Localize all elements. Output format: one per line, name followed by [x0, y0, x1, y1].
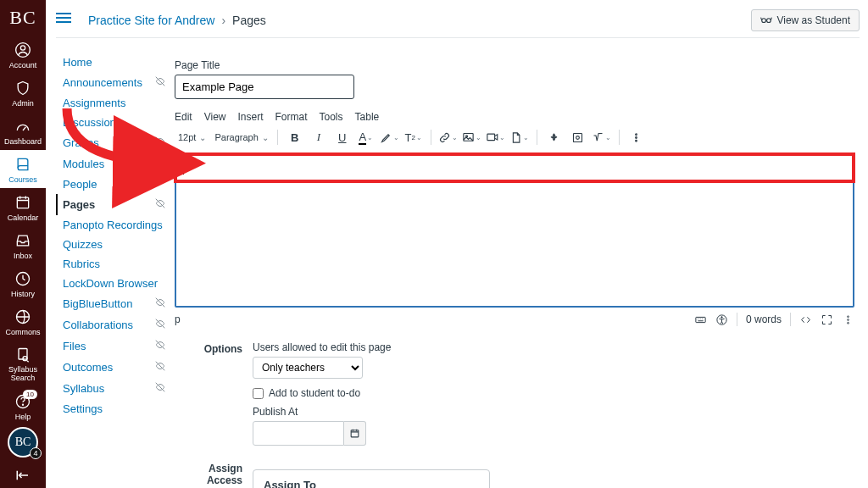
gnav-label: Syllabus Search: [0, 366, 46, 383]
user-avatar[interactable]: BC 4: [8, 427, 38, 458]
chevron-right-icon: ›: [221, 14, 225, 27]
svg-point-9: [762, 19, 766, 23]
cnav-item-home[interactable]: Home: [56, 53, 171, 72]
image-button[interactable]: [462, 128, 482, 147]
gnav-item-dashboard[interactable]: Dashboard: [0, 112, 46, 150]
document-button[interactable]: [509, 128, 530, 147]
gnav-item-inbox[interactable]: Inbox: [0, 226, 46, 264]
collapse-nav-button[interactable]: [0, 469, 46, 481]
cnav-item-outcomes[interactable]: Outcomes: [56, 357, 171, 378]
menu-tools[interactable]: Tools: [320, 111, 343, 123]
svg-point-16: [636, 133, 637, 135]
hidden-icon: [154, 360, 166, 374]
editing-roles-select[interactable]: Only teachers: [253, 357, 363, 379]
embed-icon-button[interactable]: [568, 128, 588, 147]
rce-content-area[interactable]: [175, 153, 854, 308]
header-divider: [56, 37, 860, 38]
apps-button[interactable]: [544, 128, 565, 147]
cnav-item-modules[interactable]: Modules: [56, 153, 171, 175]
add-todo-label: Add to student to-do: [269, 387, 360, 399]
glasses-icon: [760, 14, 772, 26]
highlight-color-button[interactable]: [380, 128, 400, 147]
gnav-item-commons[interactable]: Commons: [0, 302, 46, 341]
share-icon: [14, 308, 32, 326]
shield-icon: [14, 79, 32, 97]
cnav-item-quizzes[interactable]: Quizzes: [56, 235, 171, 254]
svg-rect-2: [17, 197, 28, 208]
svg-point-24: [848, 322, 849, 324]
rce-status-bar: p 0 words: [175, 313, 854, 326]
gnav-item-account[interactable]: Account: [0, 36, 46, 74]
cnav-item-people[interactable]: People: [56, 175, 171, 194]
svg-point-10: [767, 19, 771, 23]
search-doc-icon: [14, 346, 32, 364]
gnav-label: Calendar: [8, 214, 39, 222]
clock-icon: [14, 269, 32, 288]
block-format-select[interactable]: Paragraph: [211, 130, 270, 144]
breadcrumb-site-link[interactable]: Practice Site for Andrew: [88, 14, 214, 27]
toggle-course-nav-button[interactable]: [56, 10, 76, 30]
institution-logo[interactable]: BC: [0, 0, 46, 36]
gnav-label: Account: [9, 61, 37, 69]
element-path[interactable]: p: [175, 313, 181, 325]
gnav-label: Courses: [8, 175, 37, 184]
gnav-item-courses[interactable]: Courses: [0, 150, 46, 188]
svg-point-6: [23, 357, 27, 361]
publish-at-label: Publish At: [253, 406, 391, 418]
cnav-item-bigbluebutton[interactable]: BigBlueButton: [56, 293, 171, 314]
superscript-button[interactable]: T2: [403, 128, 424, 147]
menu-table[interactable]: Table: [355, 111, 380, 123]
cnav-item-assignments[interactable]: Assignments: [56, 93, 171, 113]
cnav-item-collaborations[interactable]: Collaborations: [56, 314, 171, 336]
cnav-item-settings[interactable]: Settings: [56, 399, 171, 419]
html-editor-button[interactable]: [799, 313, 812, 326]
gnav-item-syllabus-search[interactable]: Syllabus Search: [0, 341, 46, 387]
more-toolbar-button[interactable]: [626, 128, 647, 147]
assign-to-label: Assign To: [264, 479, 479, 488]
svg-rect-14: [574, 133, 582, 141]
cnav-item-files[interactable]: Files: [56, 336, 171, 357]
assign-access-card: Assign To: [253, 469, 490, 488]
menu-edit[interactable]: Edit: [175, 111, 192, 123]
italic-button[interactable]: I: [309, 128, 329, 147]
cnav-item-syllabus[interactable]: Syllabus: [56, 378, 171, 399]
cnav-item-announcements[interactable]: Announcements: [56, 72, 171, 93]
hidden-icon: [154, 297, 166, 311]
gnav-item-admin[interactable]: Admin: [0, 74, 46, 112]
bold-button[interactable]: B: [285, 128, 305, 147]
gnav-item-help[interactable]: 10 Help: [0, 387, 46, 425]
cnav-item-lockdown[interactable]: LockDown Browser: [56, 274, 171, 293]
accessibility-checker-button[interactable]: [715, 313, 728, 326]
user-circle-icon: [14, 41, 32, 59]
fullscreen-button[interactable]: [821, 313, 833, 326]
hidden-icon: [154, 197, 166, 212]
users-edit-label: Users allowed to edit this page: [253, 341, 391, 353]
link-button[interactable]: [438, 128, 459, 147]
text-color-button[interactable]: A: [356, 128, 376, 147]
word-count[interactable]: 0 words: [746, 313, 782, 325]
svg-point-17: [636, 136, 637, 138]
cnav-item-grades[interactable]: Grades: [56, 132, 171, 153]
font-size-select[interactable]: 12pt: [175, 130, 208, 144]
cnav-item-discussions[interactable]: Discussions: [56, 113, 171, 132]
gnav-item-history[interactable]: History: [0, 264, 46, 302]
page-title-input[interactable]: [175, 75, 354, 99]
publish-at-calendar-button[interactable]: [344, 421, 366, 446]
menu-format[interactable]: Format: [275, 111, 308, 123]
keyboard-shortcuts-button[interactable]: [694, 313, 707, 326]
page-title-label: Page Title: [175, 59, 854, 71]
menu-insert[interactable]: Insert: [237, 111, 263, 123]
media-button[interactable]: [486, 128, 506, 147]
underline-button[interactable]: U: [332, 128, 353, 147]
menu-view[interactable]: View: [204, 111, 226, 123]
cnav-item-pages[interactable]: Pages: [56, 194, 171, 215]
gnav-item-calendar[interactable]: Calendar: [0, 188, 46, 226]
add-todo-checkbox[interactable]: [253, 388, 264, 399]
publish-at-input[interactable]: [253, 421, 344, 446]
cnav-item-panopto[interactable]: Panopto Recordings: [56, 215, 171, 235]
more-options-button[interactable]: [842, 313, 854, 326]
view-as-student-button[interactable]: View as Student: [751, 9, 860, 31]
svg-point-23: [848, 319, 849, 320]
cnav-item-rubrics[interactable]: Rubrics: [56, 254, 171, 274]
equation-button[interactable]: [592, 128, 612, 147]
